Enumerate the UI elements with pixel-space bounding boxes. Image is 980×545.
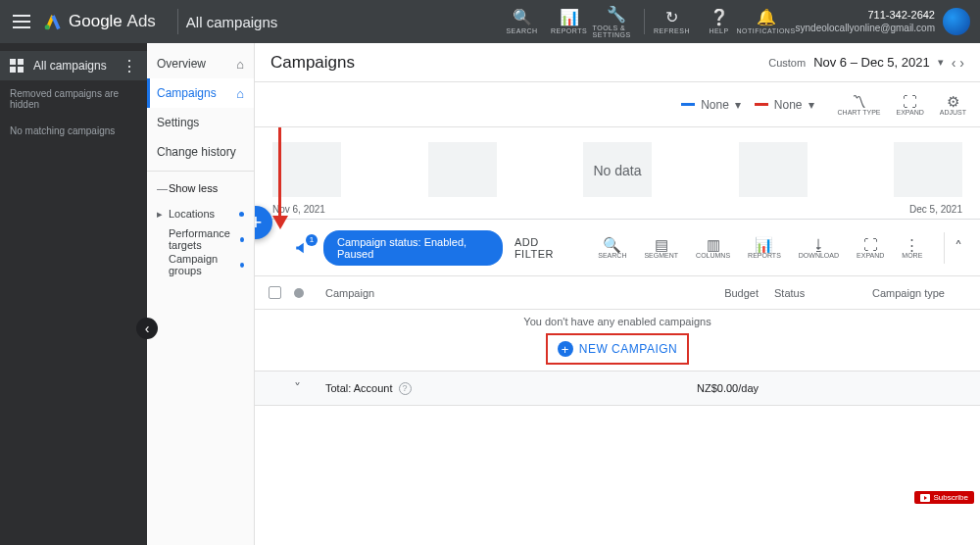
date-next[interactable]: › <box>959 55 964 71</box>
chart-controls: None▾ None▾ 〽CHART TYPE ⛶EXPAND ⚙ADJUST <box>255 82 980 127</box>
page-title: Campaigns <box>270 53 355 73</box>
col-campaign[interactable]: Campaign <box>318 287 666 299</box>
help-icon[interactable]: ? <box>399 382 412 395</box>
header-sep <box>644 9 645 34</box>
nav-separator <box>147 171 254 172</box>
left-rail-all-campaigns[interactable]: All campaigns ⋮ <box>0 51 147 80</box>
tb-download[interactable]: ⭳DOWNLOAD <box>799 236 839 259</box>
left-rail: All campaigns ⋮ Removed campaigns are hi… <box>0 43 147 545</box>
svg-point-0 <box>45 25 50 29</box>
chart-start-date: Nov 6, 2021 <box>272 204 325 215</box>
chevron-down-icon: ▾ <box>735 98 741 112</box>
announcements-button[interactable]: 1 <box>294 239 312 257</box>
chevron-down-icon: ▾ <box>808 98 814 112</box>
add-filter-button[interactable]: ADD FILTER <box>514 236 574 260</box>
status-header <box>294 288 318 298</box>
tb-columns[interactable]: ▥COLUMNS <box>696 236 730 259</box>
indicator-dot <box>239 212 244 217</box>
wrench-icon: 🔧 <box>607 6 626 24</box>
more-icon[interactable]: ⋮ <box>122 57 137 75</box>
empty-message: You don't have any enabled campaigns <box>523 316 710 327</box>
chart-type-button[interactable]: 〽CHART TYPE <box>838 93 881 116</box>
tb-expand[interactable]: ⛶EXPAND <box>857 236 884 259</box>
nav-change-history[interactable]: Change history <box>147 137 254 167</box>
date-range: Nov 6 – Dec 5, 2021 <box>813 55 930 70</box>
total-budget: NZ$0.00/day <box>666 382 774 394</box>
header-scope[interactable]: All campaigns <box>186 14 277 30</box>
tb-reports[interactable]: 📊REPORTS <box>748 236 781 259</box>
grid-icon <box>10 59 24 73</box>
section-nav: Overview⌂ Campaigns⌂ Settings Change his… <box>147 43 255 545</box>
hamburger-icon[interactable] <box>0 15 43 28</box>
columns-icon: ▥ <box>707 236 720 252</box>
nav-settings[interactable]: Settings <box>147 108 254 137</box>
adjust-button[interactable]: ⚙ADJUST <box>940 93 966 116</box>
col-budget[interactable]: Budget <box>666 287 774 299</box>
account-id: 711-342-2642 <box>867 8 935 22</box>
home-icon: ⌂ <box>236 57 244 72</box>
swatch-blue <box>681 103 695 106</box>
col-campaign-type[interactable]: Campaign type <box>872 287 980 299</box>
header-divider <box>177 9 178 34</box>
nav-performance-targets[interactable]: Performance targets <box>147 226 254 252</box>
new-campaign-button[interactable]: + NEW CAMPAIGN <box>546 333 689 365</box>
date-prev[interactable]: ‹ <box>952 55 956 71</box>
nav-locations[interactable]: ▸Locations <box>147 201 254 226</box>
tools-settings-tool[interactable]: 🔧TOOLS & SETTINGS <box>593 6 640 38</box>
logo-text-light: Ads <box>127 12 156 30</box>
youtube-icon <box>920 494 930 502</box>
indicator-dot <box>240 263 244 268</box>
google-ads-logo[interactable]: Google Ads <box>43 12 170 31</box>
metric-primary[interactable]: None▾ <box>681 98 741 112</box>
announce-count: 1 <box>306 234 318 246</box>
status-filter-pill[interactable]: Campaign status: Enabled, Paused <box>323 230 503 266</box>
refresh-tool[interactable]: ↻REFRESH <box>649 9 696 34</box>
search-icon: 🔍 <box>513 9 532 26</box>
expand-icon: ⛶ <box>863 236 878 252</box>
youtube-subscribe-badge[interactable]: Subscribe <box>914 491 974 504</box>
top-header: Google Ads All campaigns 🔍SEARCH 📊REPORT… <box>0 0 980 43</box>
date-range-picker[interactable]: Custom Nov 6 – Dec 5, 2021 ▾ ‹ › <box>768 55 964 71</box>
search-tool[interactable]: 🔍SEARCH <box>499 9 546 34</box>
chevron-right-icon: ▸ <box>157 208 165 221</box>
account-email: syndeolocallyonline@gmail.com <box>796 22 935 35</box>
collapse-rail-button[interactable]: ‹ <box>136 318 158 339</box>
reports-icon: 📊 <box>755 236 773 252</box>
help-tool[interactable]: ❔HELP <box>696 9 743 34</box>
avatar[interactable] <box>943 8 970 35</box>
tb-search[interactable]: 🔍SEARCH <box>598 236 626 259</box>
expand-chart-button[interactable]: ⛶EXPAND <box>896 93 923 116</box>
expand-total-icon[interactable]: ˅ <box>294 380 301 396</box>
swatch-red <box>755 103 768 106</box>
home-icon: ⌂ <box>236 86 244 101</box>
content-pane: Campaigns Custom Nov 6 – Dec 5, 2021 ▾ ‹… <box>255 43 980 545</box>
nav-campaigns[interactable]: Campaigns⌂ <box>147 78 254 108</box>
tb-segment[interactable]: ▤SEGMENT <box>644 236 678 259</box>
chart-nodata: No data <box>255 163 980 178</box>
segment-icon: ▤ <box>655 236 668 252</box>
collapse-toolbar[interactable]: ˄ <box>944 232 966 264</box>
chart-type-icon: 〽 <box>852 93 866 109</box>
metric-secondary[interactable]: None▾ <box>755 98 814 112</box>
search-icon: 🔍 <box>603 236 621 252</box>
adjust-icon: ⚙ <box>947 93 959 109</box>
tb-more[interactable]: ⋮MORE <box>902 236 922 259</box>
nav-campaign-groups[interactable]: Campaign groups <box>147 252 254 277</box>
nav-show-less[interactable]: —Show less <box>147 175 254 201</box>
notifications-tool[interactable]: 🔔NOTIFICATIONS <box>743 9 790 34</box>
account-block[interactable]: 711-342-2642 syndeolocallyonline@gmail.c… <box>790 8 943 35</box>
bell-icon: 🔔 <box>757 9 776 26</box>
plus-circle-icon: + <box>558 341 573 357</box>
left-rail-note2: No matching campaigns <box>0 118 147 144</box>
indicator-dot <box>240 237 244 242</box>
col-status[interactable]: Status <box>774 287 872 299</box>
select-all-checkbox[interactable] <box>255 286 294 299</box>
expand-icon: ⛶ <box>903 93 917 109</box>
empty-state: You don't have any enabled campaigns + N… <box>255 310 980 371</box>
new-campaign-label: NEW CAMPAIGN <box>579 342 677 356</box>
chart-end-date: Dec 5, 2021 <box>909 204 962 215</box>
top-tools: 🔍SEARCH 📊REPORTS 🔧TOOLS & SETTINGS ↻REFR… <box>499 6 790 38</box>
svg-rect-3 <box>10 67 16 73</box>
nav-overview[interactable]: Overview⌂ <box>147 49 254 78</box>
reports-tool[interactable]: 📊REPORTS <box>546 9 593 34</box>
